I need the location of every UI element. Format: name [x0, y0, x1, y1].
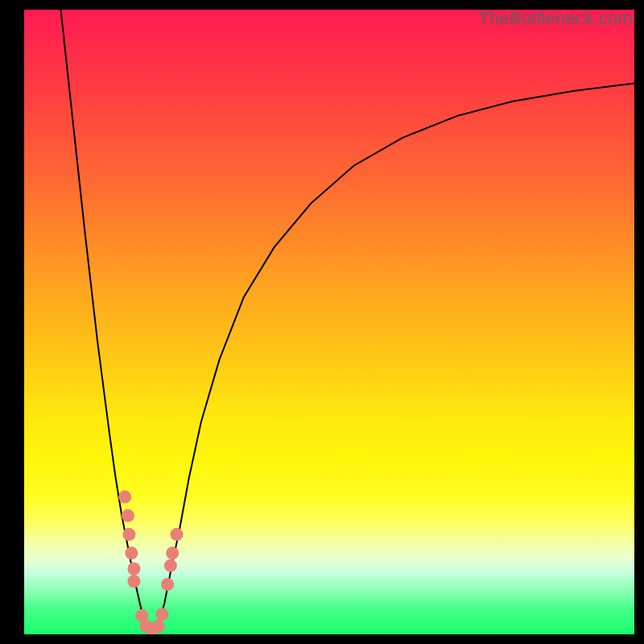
curve-lines [61, 10, 635, 630]
marker-group [118, 490, 183, 634]
marker-dot [125, 547, 138, 559]
marker-dot [127, 575, 140, 588]
marker-dot [152, 620, 165, 633]
watermark-text: TheBottleneck.com [478, 8, 633, 29]
marker-dot [164, 559, 177, 572]
marker-dot [122, 510, 134, 522]
chart-frame: TheBottleneck.com [0, 0, 644, 644]
marker-dot [171, 528, 184, 541]
marker-dot [118, 490, 131, 503]
marker-dot [127, 563, 140, 576]
marker-dot [161, 578, 174, 591]
curve-right-branch [159, 84, 634, 625]
marker-dot [122, 528, 135, 541]
plot-area [24, 10, 634, 634]
marker-dot [155, 608, 168, 621]
curve-layer [24, 10, 634, 634]
marker-dot [166, 547, 179, 559]
